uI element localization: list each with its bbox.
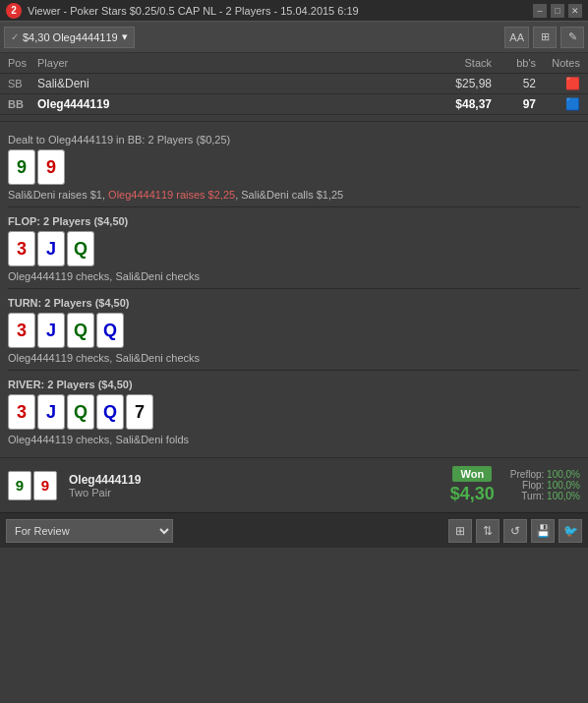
summary-cards: 99: [8, 471, 57, 500]
pos-bb: BB: [8, 98, 37, 110]
flop-header: FLOP: 2 Players ($4,50): [8, 215, 580, 227]
flop-label: Flop:: [522, 480, 544, 491]
preflop-label: Preflop:: [510, 469, 544, 480]
flop-cards: 3JQ: [8, 231, 580, 266]
river-header: RIVER: 2 Players ($4,50): [8, 379, 580, 390]
bb-header: bb's: [492, 57, 536, 69]
summary-hand-type: Two Pair: [69, 487, 442, 498]
player-header: Player: [37, 57, 423, 69]
card-Q: Q: [67, 231, 94, 266]
summary-info: Oleg4444119 Two Pair: [65, 473, 442, 498]
summary-player-name: Oleg4444119: [69, 473, 442, 487]
table-icon-button[interactable]: ⊞: [448, 519, 472, 543]
pos-header: Pos: [8, 57, 37, 69]
summary-card-9: 9: [33, 471, 57, 500]
preflop-highlight: Oleg4444119 raises $2,25: [108, 189, 235, 201]
name-bb: Oleg4444119: [37, 97, 423, 111]
dealt-line: Dealt to Oleg4444119 in BB: 2 Players ($…: [8, 134, 580, 146]
title-bar: 2 Viewer - Poker Stars $0.25/0.5 CAP NL …: [0, 0, 588, 22]
card-Q: Q: [67, 394, 94, 430]
turn-label: Turn:: [521, 491, 544, 501]
bottom-bar: For Review None Good Bad ⊞ ⇅ ↺ 💾 🐦: [0, 512, 588, 548]
stack-header: Stack: [423, 57, 492, 69]
turn-cards: 3JQQ: [8, 313, 580, 348]
notes-header: Notes: [536, 57, 580, 69]
twitter-icon-button[interactable]: 🐦: [559, 519, 582, 543]
turn-val: 100,0%: [547, 491, 580, 501]
arrows-icon-button[interactable]: ⇅: [476, 519, 500, 543]
preflop-action: Sali&Deni raises $1, Oleg4444119 raises …: [8, 189, 580, 201]
won-amount: $4,30: [450, 484, 495, 504]
summary-card-9: 9: [8, 471, 31, 500]
close-button[interactable]: ✕: [568, 4, 582, 18]
card-9: 9: [8, 149, 35, 185]
summary-area: 99 Oleg4444119 Two Pair Won $4,30 Preflo…: [0, 457, 588, 512]
note-icon-bb[interactable]: 🟦: [536, 97, 580, 111]
review-select[interactable]: For Review None Good Bad: [6, 519, 173, 543]
card-3: 3: [8, 394, 35, 430]
stack-bb: $48,37: [423, 97, 492, 111]
aa-button[interactable]: AA: [504, 27, 529, 48]
river-action: Oleg4444119 checks, Sali&Deni folds: [8, 434, 580, 445]
card-Q: Q: [67, 313, 94, 348]
note-icon-sb[interactable]: 🟥: [536, 77, 580, 90]
player-row-sb: SB Sali&Deni $25,98 52 🟥: [0, 74, 588, 94]
card-3: 3: [8, 231, 35, 266]
hand-selector[interactable]: ✓ $4,30 Oleg4444119 ▾: [4, 27, 135, 48]
card-Q: Q: [96, 394, 124, 430]
window-title: Viewer - Poker Stars $0.25/0.5 CAP NL - …: [28, 5, 359, 17]
turn-action: Oleg4444119 checks, Sali&Deni checks: [8, 352, 580, 364]
pos-sb: SB: [8, 78, 37, 89]
card-J: J: [37, 394, 65, 430]
grid-button[interactable]: ⊞: [533, 27, 557, 48]
hand-selector-label: $4,30 Oleg4444119: [23, 31, 118, 43]
river-cards: 3JQQ7: [8, 394, 580, 430]
stats-column: Preflop: 100,0% Flop: 100,0% Turn: 100,0…: [510, 469, 580, 501]
preflop-val: 100,0%: [547, 469, 580, 480]
card-J: J: [37, 231, 65, 266]
card-3: 3: [8, 313, 35, 348]
app-icon: 2: [6, 3, 22, 19]
won-badge: Won: [452, 466, 492, 482]
dropdown-arrow-icon: ▾: [122, 30, 128, 43]
card-9: 9: [37, 149, 65, 185]
card-7: 7: [126, 394, 153, 430]
flop-action: Oleg4444119 checks, Sali&Deni checks: [8, 270, 580, 282]
bb-bb: 97: [492, 97, 536, 111]
player-row-bb: BB Oleg4444119 $48,37 97 🟦: [0, 94, 588, 115]
name-sb: Sali&Deni: [37, 77, 423, 90]
card-J: J: [37, 313, 65, 348]
pencil-button[interactable]: ✎: [560, 27, 584, 48]
flop-val: 100,0%: [547, 480, 580, 491]
toolbar: ✓ $4,30 Oleg4444119 ▾ AA ⊞ ✎: [0, 22, 588, 53]
bb-sb: 52: [492, 77, 536, 90]
save-icon-button[interactable]: 💾: [531, 519, 555, 543]
hole-cards: 99: [8, 149, 580, 185]
table-header: Pos Player Stack bb's Notes: [0, 53, 588, 74]
check-icon: ✓: [11, 31, 19, 42]
turn-header: TURN: 2 Players ($4,50): [8, 297, 580, 309]
minimize-button[interactable]: –: [533, 4, 547, 18]
hand-content: Dealt to Oleg4444119 in BB: 2 Players ($…: [0, 128, 588, 457]
card-Q: Q: [96, 313, 124, 348]
stack-sb: $25,98: [423, 77, 492, 90]
maximize-button[interactable]: □: [551, 4, 564, 18]
undo-icon-button[interactable]: ↺: [503, 519, 527, 543]
